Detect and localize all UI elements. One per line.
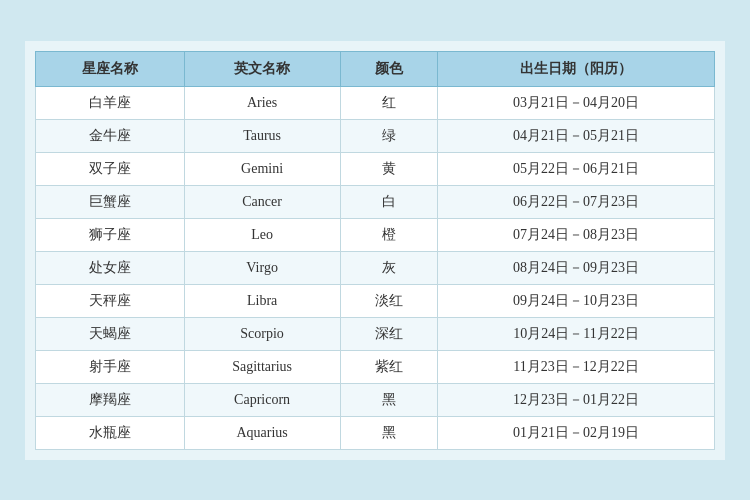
main-container: 星座名称 英文名称 颜色 出生日期（阳历） 白羊座Aries红03月21日－04… [25, 41, 725, 460]
color-cell: 黑 [340, 416, 437, 449]
table-row: 处女座Virgo灰08月24日－09月23日 [36, 251, 715, 284]
table-row: 双子座Gemini黄05月22日－06月21日 [36, 152, 715, 185]
header-english-name: 英文名称 [184, 51, 340, 86]
dates-cell: 05月22日－06月21日 [437, 152, 714, 185]
english-name-cell: Aquarius [184, 416, 340, 449]
color-cell: 黑 [340, 383, 437, 416]
table-row: 射手座Sagittarius紫红11月23日－12月22日 [36, 350, 715, 383]
dates-cell: 08月24日－09月23日 [437, 251, 714, 284]
table-row: 水瓶座Aquarius黑01月21日－02月19日 [36, 416, 715, 449]
header-birth-date: 出生日期（阳历） [437, 51, 714, 86]
english-name-cell: Leo [184, 218, 340, 251]
table-header-row: 星座名称 英文名称 颜色 出生日期（阳历） [36, 51, 715, 86]
table-row: 天秤座Libra淡红09月24日－10月23日 [36, 284, 715, 317]
english-name-cell: Virgo [184, 251, 340, 284]
color-cell: 白 [340, 185, 437, 218]
table-row: 金牛座Taurus绿04月21日－05月21日 [36, 119, 715, 152]
english-name-cell: Taurus [184, 119, 340, 152]
table-row: 狮子座Leo橙07月24日－08月23日 [36, 218, 715, 251]
table-row: 天蝎座Scorpio深红10月24日－11月22日 [36, 317, 715, 350]
chinese-name-cell: 摩羯座 [36, 383, 185, 416]
color-cell: 红 [340, 86, 437, 119]
dates-cell: 07月24日－08月23日 [437, 218, 714, 251]
color-cell: 紫红 [340, 350, 437, 383]
english-name-cell: Libra [184, 284, 340, 317]
table-row: 白羊座Aries红03月21日－04月20日 [36, 86, 715, 119]
color-cell: 黄 [340, 152, 437, 185]
dates-cell: 10月24日－11月22日 [437, 317, 714, 350]
dates-cell: 06月22日－07月23日 [437, 185, 714, 218]
color-cell: 橙 [340, 218, 437, 251]
english-name-cell: Scorpio [184, 317, 340, 350]
table-row: 巨蟹座Cancer白06月22日－07月23日 [36, 185, 715, 218]
dates-cell: 01月21日－02月19日 [437, 416, 714, 449]
table-row: 摩羯座Capricorn黑12月23日－01月22日 [36, 383, 715, 416]
chinese-name-cell: 天秤座 [36, 284, 185, 317]
color-cell: 灰 [340, 251, 437, 284]
chinese-name-cell: 白羊座 [36, 86, 185, 119]
header-color: 颜色 [340, 51, 437, 86]
chinese-name-cell: 天蝎座 [36, 317, 185, 350]
dates-cell: 04月21日－05月21日 [437, 119, 714, 152]
dates-cell: 03月21日－04月20日 [437, 86, 714, 119]
zodiac-table: 星座名称 英文名称 颜色 出生日期（阳历） 白羊座Aries红03月21日－04… [35, 51, 715, 450]
chinese-name-cell: 射手座 [36, 350, 185, 383]
english-name-cell: Cancer [184, 185, 340, 218]
color-cell: 淡红 [340, 284, 437, 317]
english-name-cell: Gemini [184, 152, 340, 185]
dates-cell: 11月23日－12月22日 [437, 350, 714, 383]
chinese-name-cell: 水瓶座 [36, 416, 185, 449]
chinese-name-cell: 巨蟹座 [36, 185, 185, 218]
chinese-name-cell: 双子座 [36, 152, 185, 185]
color-cell: 深红 [340, 317, 437, 350]
english-name-cell: Sagittarius [184, 350, 340, 383]
chinese-name-cell: 处女座 [36, 251, 185, 284]
color-cell: 绿 [340, 119, 437, 152]
dates-cell: 09月24日－10月23日 [437, 284, 714, 317]
english-name-cell: Capricorn [184, 383, 340, 416]
header-chinese-name: 星座名称 [36, 51, 185, 86]
chinese-name-cell: 金牛座 [36, 119, 185, 152]
chinese-name-cell: 狮子座 [36, 218, 185, 251]
dates-cell: 12月23日－01月22日 [437, 383, 714, 416]
english-name-cell: Aries [184, 86, 340, 119]
